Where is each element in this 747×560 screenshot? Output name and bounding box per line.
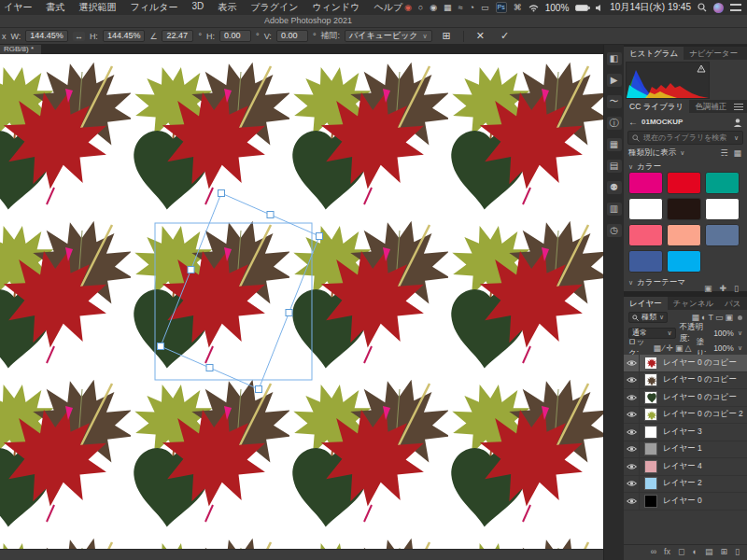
library-name[interactable]: 01MOCKUP xyxy=(641,118,683,126)
window-icon[interactable]: ▦ xyxy=(444,3,452,12)
chevron-down-icon[interactable]: ∨ xyxy=(680,149,684,157)
color-swatch[interactable] xyxy=(705,224,740,246)
link-dimensions-icon[interactable]: ↔ xyxy=(73,32,85,41)
new-group-icon[interactable]: ▤ xyxy=(703,547,715,556)
layer-thumbnail[interactable] xyxy=(644,460,657,473)
swatches-icon[interactable]: ▦ xyxy=(607,138,622,151)
layer-thumbnail[interactable] xyxy=(644,357,657,370)
circle-icon[interactable]: ○ xyxy=(418,3,423,12)
filter-smart-icon[interactable]: ▣ xyxy=(724,313,734,322)
tab-layers[interactable]: レイヤー xyxy=(624,297,668,310)
activity-icon[interactable]: ≈ xyxy=(458,3,463,12)
profile-icon[interactable] xyxy=(733,118,742,127)
libraries-icon[interactable]: ▤ xyxy=(607,160,622,173)
color-swatch[interactable] xyxy=(667,172,701,194)
menu-3D[interactable]: 3D xyxy=(191,1,204,14)
link-layers-icon[interactable]: ∞ xyxy=(649,547,658,556)
color-swatch[interactable] xyxy=(667,250,701,273)
color-swatch[interactable] xyxy=(705,172,740,194)
record-icon[interactable]: ◉ xyxy=(430,3,437,12)
vskew-field[interactable]: 0.00 xyxy=(276,30,308,42)
lock-artboard-icon[interactable]: ▣ xyxy=(674,343,684,353)
hskew-field[interactable]: 0.00 xyxy=(219,30,251,42)
filter-shape-icon[interactable]: ▭ xyxy=(714,313,725,322)
tab-adjustments[interactable]: 色調補正 xyxy=(689,100,732,113)
filter-toggle-icon[interactable] xyxy=(738,315,742,320)
layer-name[interactable]: レイヤー 4 xyxy=(663,461,702,472)
visibility-eye-icon[interactable] xyxy=(624,355,640,371)
layer-name[interactable]: レイヤー 0 のコピー 2 xyxy=(663,409,743,420)
chevron-down-icon[interactable]: ∨ xyxy=(738,344,742,352)
menu-プラグイン[interactable]: プラグイン xyxy=(250,1,298,14)
character-icon[interactable]: ⚉ xyxy=(607,181,622,194)
airplay-icon[interactable]: ▭ xyxy=(481,3,489,12)
layer-row[interactable]: レイヤー 0 のコピー xyxy=(624,355,747,372)
layer-row[interactable]: レイヤー 2 xyxy=(624,476,747,494)
menu-フィルター[interactable]: フィルター xyxy=(130,1,177,14)
add-folder-icon[interactable]: ▣ xyxy=(702,284,714,293)
visibility-eye-icon[interactable] xyxy=(624,424,640,441)
opacity-value[interactable]: 100% xyxy=(713,329,734,338)
layer-name[interactable]: レイヤー 0 のコピー xyxy=(663,374,737,385)
layer-thumbnail[interactable] xyxy=(644,408,657,421)
new-layer-icon[interactable]: ⊞ xyxy=(719,547,730,556)
history-icon[interactable]: ◷ xyxy=(607,224,622,237)
layer-name[interactable]: レイヤー 0 のコピー xyxy=(663,357,737,369)
menu-書式[interactable]: 書式 xyxy=(46,1,64,14)
layer-mask-icon[interactable]: ◻ xyxy=(676,547,686,556)
layer-name[interactable]: レイヤー 0 のコピー xyxy=(663,392,737,403)
spotlight-search-icon[interactable] xyxy=(698,3,707,12)
layer-row[interactable]: レイヤー 0 のコピー xyxy=(624,389,747,407)
color-swatch[interactable] xyxy=(667,224,701,246)
control-center-icon[interactable] xyxy=(730,4,741,11)
properties-icon[interactable]: ◧ xyxy=(607,52,622,65)
layer-effects-icon[interactable]: fx xyxy=(662,547,672,556)
layer-thumbnail[interactable] xyxy=(644,426,657,439)
height-field[interactable]: 144.45% xyxy=(103,30,146,42)
layer-thumbnail[interactable] xyxy=(644,495,657,508)
tab-channels[interactable]: チャンネル xyxy=(668,297,720,310)
layer-row[interactable]: レイヤー 0 のコピー 2 xyxy=(624,407,747,425)
color-swatch[interactable] xyxy=(628,172,663,194)
tab-navigator[interactable]: ナビゲーター xyxy=(684,47,743,60)
menu-ヘルプ[interactable]: ヘルプ xyxy=(374,1,403,14)
lock-transparent-icon[interactable]: ▦ xyxy=(652,343,662,353)
volume-icon[interactable] xyxy=(595,4,603,12)
cancel-transform-button[interactable]: ✕ xyxy=(471,30,490,42)
histogram-refresh-warning-icon[interactable] xyxy=(698,65,705,72)
actions-icon[interactable]: ▶ xyxy=(607,74,622,87)
warp-mode-toggle[interactable]: ⊞ xyxy=(437,30,457,42)
layer-name[interactable]: レイヤー 1 xyxy=(663,443,702,455)
lock-all-icon[interactable]: △ xyxy=(684,343,693,353)
color-swatch[interactable] xyxy=(628,198,663,220)
collapse-chevron-icon[interactable]: ∨ xyxy=(628,279,633,287)
tab-paths[interactable]: パス xyxy=(719,297,746,310)
library-search-input[interactable]: 現在のライブラリを検索 ∨ xyxy=(627,131,743,145)
layer-thumbnail[interactable] xyxy=(644,373,657,386)
chevron-down-icon[interactable]: ∨ xyxy=(734,134,739,142)
layer-name[interactable]: レイヤー 2 xyxy=(663,478,702,489)
tab-histogram[interactable]: ヒストグラム xyxy=(624,47,684,60)
rotation-field[interactable]: 22.47 xyxy=(162,30,193,42)
paragraph-icon[interactable]: ▥ xyxy=(607,203,622,216)
menu-選択範囲[interactable]: 選択範囲 xyxy=(78,1,116,14)
color-swatch[interactable] xyxy=(628,250,663,273)
photoshop-icon[interactable]: Ps xyxy=(496,2,507,13)
fill-value[interactable]: 100% xyxy=(713,343,734,353)
lock-position-icon[interactable]: ✛ xyxy=(665,343,674,353)
color-themes-header[interactable]: カラーテーマ xyxy=(637,277,685,288)
layer-row[interactable]: レイヤー 0 xyxy=(624,493,747,511)
grid-view-icon[interactable]: ▦ xyxy=(732,148,742,158)
back-arrow-icon[interactable]: ← xyxy=(628,117,638,127)
layer-name[interactable]: レイヤー 3 xyxy=(663,427,702,438)
brushes-icon[interactable]: 〜 xyxy=(607,95,622,108)
layer-row[interactable]: レイヤー 3 xyxy=(624,424,747,441)
layer-thumbnail[interactable] xyxy=(644,391,657,404)
filter-adjust-icon[interactable]: ◐ xyxy=(700,313,707,322)
visibility-eye-icon[interactable] xyxy=(624,493,640,510)
adjustment-layer-icon[interactable]: ◐ xyxy=(691,547,699,556)
clock-icon[interactable]: ◔ xyxy=(470,3,474,12)
visibility-eye-icon[interactable] xyxy=(624,372,640,389)
layer-thumbnail[interactable] xyxy=(644,477,657,490)
chevron-down-icon[interactable]: ∨ xyxy=(738,329,742,337)
